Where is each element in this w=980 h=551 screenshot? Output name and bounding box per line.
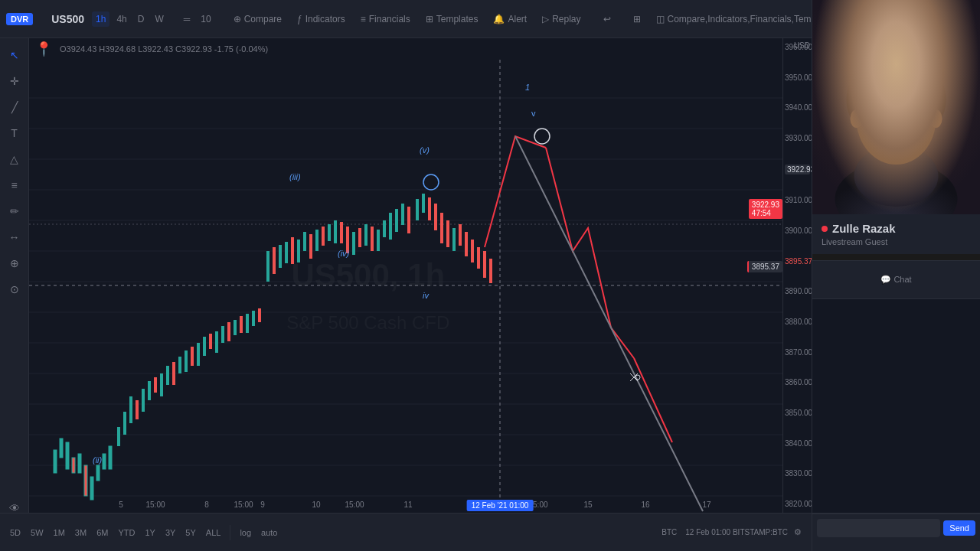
tf-4h[interactable]: 4h: [113, 11, 130, 27]
svg-rect-59: [315, 230, 318, 251]
svg-rect-29: [129, 396, 132, 423]
qty-selector[interactable]: 10: [197, 11, 214, 27]
templates-button[interactable]: ⊞ Templates: [420, 11, 485, 27]
svg-rect-54: [285, 242, 288, 263]
presenter-info: Zulle Razak Livestream Guest: [812, 214, 980, 254]
svg-rect-44: [221, 326, 224, 343]
svg-rect-42: [209, 334, 212, 349]
svg-rect-34: [160, 373, 163, 396]
btm-auto[interactable]: auto: [257, 527, 281, 539]
undo-button[interactable]: ↩: [599, 11, 615, 27]
price-3830: 3830.00: [785, 469, 810, 478]
current-price: 3922.93: [752, 201, 779, 209]
btm-log[interactable]: log: [236, 527, 255, 539]
svg-rect-30: [136, 400, 139, 419]
svg-rect-19: [66, 442, 69, 469]
ohlc-bar: 📍 O3924.43 H3924.68 L3922.43 C3922.93 -1…: [35, 38, 268, 60]
price-3820: 3820.00: [785, 500, 810, 508]
symbol-label[interactable]: US500: [51, 13, 84, 25]
zoom-tool[interactable]: ⊕: [4, 253, 25, 274]
brush-tool[interactable]: ✏: [4, 201, 25, 222]
current-time: 47:54: [752, 209, 771, 217]
svg-rect-83: [465, 232, 468, 256]
compare-button[interactable]: ⊕ Compare: [227, 11, 288, 27]
wave-ii: (ii): [93, 455, 102, 465]
svg-rect-81: [452, 228, 456, 251]
btm-5d[interactable]: 5D: [6, 527, 24, 539]
svg-rect-68: [371, 227, 374, 251]
chat-send-button[interactable]: Send: [943, 520, 975, 536]
svg-rect-72: [395, 209, 398, 232]
bar-style[interactable]: ═: [180, 11, 194, 27]
svg-point-88: [423, 174, 439, 190]
btm-1y[interactable]: 1Y: [141, 527, 158, 539]
price-3940: 3940.00: [785, 103, 810, 112]
svg-rect-37: [178, 357, 181, 373]
tf-w[interactable]: W: [151, 11, 167, 27]
chat-input[interactable]: [817, 519, 940, 537]
alert-button[interactable]: 🔔 Alert: [487, 11, 533, 27]
btm-5y[interactable]: 5Y: [181, 527, 199, 539]
chart-area: 📍 O3924.43 H3924.68 L3922.43 C3922.93 -1…: [29, 38, 782, 513]
text-tool[interactable]: T: [4, 122, 25, 144]
price-3895-level: 3895.37: [785, 257, 810, 266]
svg-rect-21: [78, 454, 81, 473]
date-label: 12 Feb '21 01:00: [467, 500, 534, 511]
grid-button[interactable]: ⊞: [627, 11, 647, 27]
btm-all[interactable]: ALL: [202, 527, 225, 539]
svg-rect-36: [172, 362, 175, 385]
svg-rect-60: [322, 227, 325, 246]
price-3900: 3900.00: [785, 227, 810, 235]
svg-rect-40: [197, 343, 200, 366]
btm-3y[interactable]: 3Y: [162, 527, 179, 539]
svg-rect-58: [309, 234, 312, 259]
btm-5w[interactable]: 5W: [27, 527, 47, 539]
measure-tool[interactable]: ↔: [4, 227, 25, 248]
fibonacci-tool[interactable]: ≡: [4, 174, 25, 196]
financials-icon: ≡: [361, 14, 366, 24]
svg-rect-65: [352, 232, 355, 255]
replay-button[interactable]: ▷ Replay: [536, 11, 586, 27]
btm-1m[interactable]: 1M: [50, 527, 69, 539]
drawing-toolbar: ↖ ✛ ╱ T △ ≡ ✏ ↔ ⊕ ⊙ 👁 🗑: [0, 38, 29, 551]
svg-rect-39: [191, 347, 194, 366]
wave-v-circle: v: [531, 109, 536, 118]
indicators-button[interactable]: ƒ Indicators: [291, 11, 351, 27]
svg-rect-51: [266, 251, 270, 282]
svg-rect-41: [203, 337, 206, 356]
magnet-tool[interactable]: ⊙: [4, 279, 25, 300]
svg-rect-77: [428, 197, 431, 220]
svg-rect-24: [96, 465, 100, 481]
svg-rect-18: [60, 439, 63, 458]
pattern-tool[interactable]: △: [4, 148, 25, 170]
btm-6m[interactable]: 6M: [93, 527, 112, 539]
tf-d[interactable]: D: [134, 11, 149, 27]
btm-settings[interactable]: ⚙: [790, 526, 805, 539]
svg-rect-62: [334, 220, 337, 243]
svg-rect-20: [72, 458, 75, 473]
top-toolbar: DVR US500 1h 4h D W ═ 10 ⊕ Compare ƒ Ind…: [0, 0, 812, 38]
svg-rect-67: [364, 224, 368, 246]
line-tool[interactable]: ╱: [4, 96, 25, 118]
cursor-tool[interactable]: ↖: [4, 44, 25, 66]
btm-3m[interactable]: 3M: [71, 527, 90, 539]
svg-rect-27: [117, 427, 120, 446]
tf-1h[interactable]: 1h: [92, 11, 109, 27]
presenter-name-row: Zulle Razak: [822, 222, 971, 235]
ohlc-values: O3924.43 H3924.68 L3922.43 C3922.93 -1.7…: [60, 44, 268, 54]
financials-button[interactable]: ≡ Financials: [354, 11, 416, 27]
crosshair-tool[interactable]: ✛: [4, 70, 25, 92]
svg-rect-76: [422, 194, 425, 213]
btm-ytd[interactable]: YTD: [114, 527, 139, 539]
svg-rect-80: [446, 220, 449, 247]
templates-icon: ⊞: [426, 14, 433, 24]
svg-rect-57: [303, 232, 306, 251]
price-3870: 3870.00: [785, 348, 810, 357]
dvr-badge: DVR: [6, 13, 33, 25]
indicators-icon: ƒ: [297, 14, 302, 24]
live-indicator: [822, 226, 828, 232]
svg-rect-17: [54, 450, 57, 473]
svg-rect-47: [240, 316, 243, 333]
svg-rect-73: [401, 204, 404, 225]
svg-rect-55: [291, 237, 294, 264]
